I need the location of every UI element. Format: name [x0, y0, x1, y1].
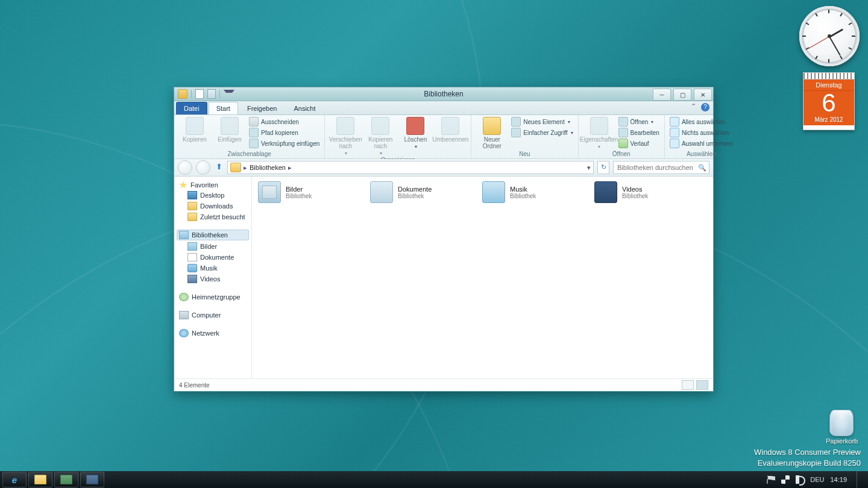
collapse-ribbon-icon[interactable]: ⌃	[689, 103, 697, 111]
edit-button[interactable]: Bearbeiten	[618, 128, 659, 137]
new-folder-button[interactable]: Neuer Ordner	[476, 117, 508, 149]
clock-gadget[interactable]	[799, 6, 860, 66]
nav-music[interactable]: Musik	[177, 263, 249, 274]
nav-libraries-header[interactable]: Bibliotheken	[177, 230, 249, 240]
tab-view[interactable]: Ansicht	[286, 102, 323, 114]
clock-tick	[840, 55, 843, 59]
taskbar-app[interactable]	[54, 472, 78, 487]
copy-to-icon	[371, 117, 389, 135]
tab-share[interactable]: Freigeben	[239, 102, 285, 114]
group-label: Zwischenablage	[179, 151, 319, 157]
music-icon	[187, 264, 197, 272]
breadcrumb-dropdown-icon[interactable]: ▾	[587, 164, 591, 172]
paste-link-button[interactable]: Verknüpfung einfügen	[249, 139, 319, 148]
search-icon: 🔍	[698, 164, 706, 172]
qat-properties-icon[interactable]	[195, 89, 204, 99]
nav-network[interactable]: Netzwerk	[177, 328, 249, 339]
open-button[interactable]: Öffnen▾	[618, 117, 659, 127]
paste-icon	[221, 117, 239, 135]
nav-recent[interactable]: Zuletzt besucht	[177, 211, 249, 222]
calendar-rings	[804, 73, 854, 80]
copy-to-button[interactable]: Kopieren nach▾	[365, 117, 396, 156]
new-item-button[interactable]: Neues Element▾	[511, 117, 573, 127]
navigation-pane: Favoriten Desktop Downloads Zuletzt besu…	[174, 177, 252, 378]
copy-button[interactable]: Kopieren	[179, 117, 210, 143]
move-to-button[interactable]: Verschieben nach▾	[330, 117, 361, 156]
help-icon[interactable]: ?	[701, 103, 709, 111]
search-box[interactable]: 🔍	[613, 161, 709, 174]
select-all-button[interactable]: Alles auswählen	[670, 117, 733, 127]
clock-tick	[828, 10, 829, 13]
clock-time[interactable]: 14:19	[830, 476, 847, 483]
calendar-gadget[interactable]: Dienstag 6 März 2012	[803, 72, 855, 130]
folder-icon	[187, 202, 197, 210]
history-icon	[618, 139, 628, 148]
delete-button[interactable]: Löschen▾	[400, 117, 431, 149]
nav-favorites-header[interactable]: Favoriten	[177, 180, 249, 190]
nav-videos[interactable]: Videos	[177, 274, 249, 284]
easy-access-button[interactable]: Einfacher Zugriff▾	[511, 128, 573, 137]
breadcrumb-bar[interactable]: ▸ Bibliotheken ▸ ▾	[227, 161, 594, 174]
nav-homegroup[interactable]: Heimnetzgruppe	[177, 292, 249, 302]
close-button[interactable]: ✕	[694, 89, 712, 101]
language-indicator[interactable]: DEU	[810, 476, 824, 483]
status-bar: 4 Elemente	[174, 378, 713, 391]
cut-button[interactable]: Ausschneiden	[249, 117, 319, 127]
properties-button[interactable]: Eigenschaften▾	[583, 117, 615, 149]
copy-path-button[interactable]: Pfad kopieren	[249, 128, 319, 137]
tab-file[interactable]: Datei	[176, 102, 207, 114]
edit-icon	[618, 128, 628, 137]
new-item-icon	[511, 117, 521, 127]
recycle-bin-icon	[829, 410, 854, 436]
second-hand	[808, 36, 829, 49]
titlebar[interactable]: Bibliotheken ─ ▢ ✕	[174, 87, 713, 101]
clock-tick	[815, 13, 818, 16]
network-tray-icon[interactable]	[781, 475, 790, 484]
paste-link-icon	[249, 139, 259, 148]
taskbar-ie[interactable]: e	[2, 472, 27, 487]
content-pane[interactable]: BilderBibliothek DokumenteBibliothek Mus…	[252, 177, 713, 378]
copy-path-icon	[249, 128, 259, 137]
ribbon-tabs: Datei Start Freigeben Ansicht ⌃ ?	[174, 101, 713, 115]
qat-newfolder-icon[interactable]	[207, 89, 216, 99]
explorer-icon[interactable]	[178, 89, 187, 99]
library-item-documents[interactable]: DokumenteBibliothek	[370, 180, 482, 204]
library-item-pictures[interactable]: BilderBibliothek	[258, 180, 370, 204]
library-item-videos[interactable]: VideosBibliothek	[594, 180, 706, 204]
show-desktop-button[interactable]	[857, 471, 862, 488]
tiles-view-button[interactable]	[696, 380, 708, 390]
taskbar-app[interactable]	[80, 472, 104, 487]
invert-selection-button[interactable]: Auswahl umkehren	[670, 139, 733, 148]
search-input[interactable]	[616, 163, 698, 172]
quick-access-toolbar	[174, 89, 238, 99]
recycle-bin[interactable]: Papierkorb	[826, 410, 857, 445]
calendar-day: 6	[804, 91, 854, 115]
maximize-button[interactable]: ▢	[673, 89, 691, 101]
pictures-icon	[187, 242, 197, 251]
nav-pictures[interactable]: Bilder	[177, 241, 249, 252]
minimize-button[interactable]: ─	[653, 89, 671, 101]
star-icon	[179, 181, 187, 189]
qat-customize-icon[interactable]	[224, 90, 234, 99]
back-button[interactable]	[178, 160, 192, 175]
tab-start[interactable]: Start	[209, 102, 238, 114]
refresh-button[interactable]: ↻	[597, 161, 609, 174]
action-center-icon[interactable]	[767, 475, 775, 484]
paste-button[interactable]: Einfügen	[214, 117, 245, 143]
nav-desktop[interactable]: Desktop	[177, 190, 249, 201]
volume-icon[interactable]	[796, 475, 804, 484]
library-item-music[interactable]: MusikBibliothek	[482, 180, 594, 204]
nav-downloads[interactable]: Downloads	[177, 201, 249, 211]
nav-documents[interactable]: Dokumente	[177, 252, 249, 263]
forward-button[interactable]	[196, 160, 210, 175]
nav-computer[interactable]: Computer	[177, 310, 249, 321]
up-button[interactable]: ⬆	[214, 163, 224, 172]
group-select: Alles auswählen Nichts auswählen Auswahl…	[665, 115, 738, 158]
select-none-button[interactable]: Nichts auswählen	[670, 128, 733, 137]
rename-button[interactable]: Umbenennen	[435, 117, 466, 143]
breadcrumb-item[interactable]: Bibliotheken	[250, 164, 286, 171]
history-button[interactable]: Verlauf	[618, 139, 659, 148]
taskbar-explorer[interactable]	[28, 472, 52, 487]
details-view-button[interactable]	[682, 380, 694, 390]
group-open: Eigenschaften▾ Öffnen▾ Bearbeiten Verlau…	[579, 115, 665, 158]
